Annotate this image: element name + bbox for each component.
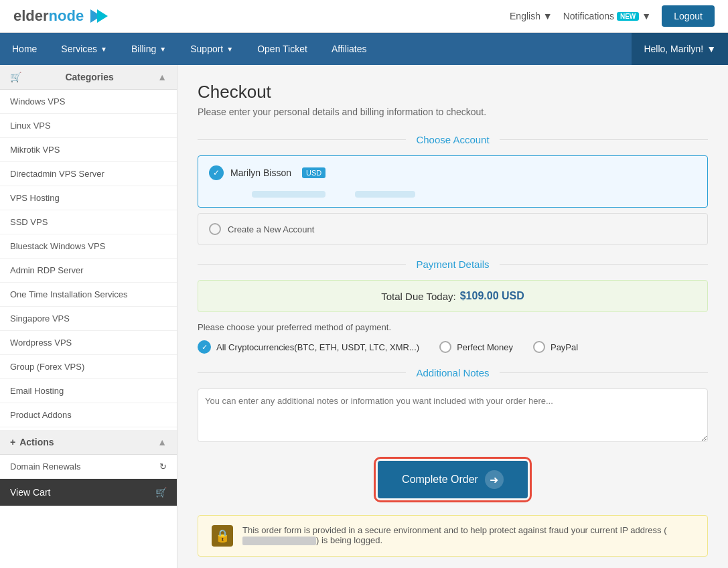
paypal-radio[interactable] xyxy=(533,341,545,353)
cart-icon-small: 🛒 xyxy=(155,487,167,498)
top-right-actions: English ▼ Notifications NEW ▼ Logout xyxy=(510,5,715,27)
create-account-row: Create a New Account xyxy=(209,223,697,235)
payment-methods: ✓ All Cryptocurrencies(BTC, ETH, USDT, L… xyxy=(198,340,708,354)
security-notice-part1: This order form is provided in a secure … xyxy=(242,525,666,535)
services-arrow-icon: ▼ xyxy=(100,46,107,53)
notifications-label: Notifications xyxy=(563,11,614,21)
sidebar-item-admin-rdp[interactable]: Admin RDP Server xyxy=(0,259,177,283)
sidebar-item-group-forex[interactable]: Group (Forex VPS) xyxy=(0,355,177,379)
choose-account-divider: Choose Account xyxy=(198,134,708,145)
sidebar-item-wordpress-vps[interactable]: Wordpress VPS xyxy=(0,331,177,355)
total-due-box: Total Due Today: $109.00 USD xyxy=(198,280,708,312)
sidebar-item-linux-vps[interactable]: Linux VPS xyxy=(0,114,177,138)
notifications-arrow-icon: ▼ xyxy=(642,11,651,21)
currency-badge: USD xyxy=(302,167,325,178)
billing-arrow-icon: ▼ xyxy=(159,46,166,53)
nav-user-greeting[interactable]: Hello, Marilyn! ▼ xyxy=(632,33,728,65)
plus-icon: + xyxy=(10,437,15,447)
sidebar: 🛒 Categories ▲ Windows VPS Linux VPS Mik… xyxy=(0,65,177,568)
categories-label: Categories xyxy=(65,72,113,82)
complete-order-button[interactable]: Complete Order ➜ xyxy=(378,461,528,498)
logo-arrow2-icon xyxy=(97,9,108,23)
complete-order-label: Complete Order xyxy=(402,474,478,486)
existing-account-card[interactable]: ✓ Marilyn Bisson USD xyxy=(198,155,708,208)
nav-billing[interactable]: Billing ▼ xyxy=(119,33,178,65)
lock-icon: 🔒 xyxy=(212,525,233,547)
categories-section-header: 🛒 Categories ▲ xyxy=(0,65,177,90)
account-row: ✓ Marilyn Bisson USD xyxy=(209,165,697,180)
checkout-content: Checkout Please enter your personal deta… xyxy=(177,65,728,568)
additional-notes-divider: Additional Notes xyxy=(198,367,708,378)
nav-bar: Home Services ▼ Billing ▼ Support ▼ Open… xyxy=(0,33,728,65)
account-email-blurred xyxy=(252,191,325,198)
total-due-label: Total Due Today: xyxy=(381,291,455,302)
additional-notes-input[interactable] xyxy=(198,388,708,442)
nav-services[interactable]: Services ▼ xyxy=(49,33,119,65)
sidebar-item-directadmin[interactable]: Directadmin VPS Server xyxy=(0,162,177,186)
logo: eldernode xyxy=(13,7,108,25)
page-title: Checkout xyxy=(198,82,708,102)
payment-details-label: Payment Details xyxy=(406,259,499,270)
view-cart-button[interactable]: View Cart 🛒 xyxy=(0,479,177,506)
security-notice-part2: ) is being logged. xyxy=(316,535,382,545)
choose-account-label: Choose Account xyxy=(406,134,499,145)
sidebar-item-singapore-vps[interactable]: Singapore VPS xyxy=(0,307,177,331)
domain-renewals-label: Domain Renewals xyxy=(10,462,81,472)
nav-affiliates[interactable]: Affiliates xyxy=(319,33,379,65)
crypto-label: All Cryptocurrencies(BTC, ETH, USDT, LTC… xyxy=(216,342,419,352)
crypto-selected-icon: ✓ xyxy=(198,340,211,354)
logo-node-text: node xyxy=(49,7,84,24)
additional-notes-label: Additional Notes xyxy=(406,367,499,378)
logout-button[interactable]: Logout xyxy=(662,5,715,27)
create-account-card[interactable]: Create a New Account xyxy=(198,213,708,245)
categories-collapse-icon[interactable]: ▲ xyxy=(157,72,167,82)
selected-check-icon: ✓ xyxy=(209,165,224,180)
ip-address-blurred xyxy=(242,537,316,545)
notifications-badge: NEW xyxy=(617,12,639,21)
payment-paypal[interactable]: PayPal xyxy=(533,341,578,353)
paypal-label: PayPal xyxy=(551,342,578,352)
support-arrow-icon: ▼ xyxy=(226,46,233,53)
actions-collapse-icon[interactable]: ▲ xyxy=(157,437,167,447)
language-button[interactable]: English ▼ xyxy=(510,11,553,21)
notifications-button[interactable]: Notifications NEW ▼ xyxy=(563,11,651,21)
sidebar-item-vps-hosting[interactable]: VPS Hosting xyxy=(0,186,177,210)
account-detail-blurred xyxy=(355,191,415,198)
perfect-money-label: Perfect Money xyxy=(457,342,513,352)
user-greeting-label: Hello, Marilyn! xyxy=(644,44,703,54)
sidebar-item-one-time[interactable]: One Time Installation Services xyxy=(0,283,177,307)
complete-order-wrap: Complete Order ➜ xyxy=(198,461,708,498)
actions-section-header: + Actions ▲ xyxy=(0,430,177,455)
security-notice-text: This order form is provided in a secure … xyxy=(242,525,694,545)
payment-choose-text: Please choose your preferred method of p… xyxy=(198,322,708,332)
nav-support[interactable]: Support ▼ xyxy=(178,33,245,65)
page-subtitle: Please enter your personal details and b… xyxy=(198,106,708,117)
sidebar-item-email-hosting[interactable]: Email Hosting xyxy=(0,379,177,403)
cart-icon: 🛒 xyxy=(10,72,21,82)
logo-elder-text: elder xyxy=(13,7,49,24)
create-account-label: Create a New Account xyxy=(228,224,314,234)
nav-open-ticket[interactable]: Open Ticket xyxy=(245,33,319,65)
total-due-amount: $109.00 USD xyxy=(460,290,524,302)
payment-perfect-money[interactable]: Perfect Money xyxy=(439,341,513,353)
top-bar: eldernode English ▼ Notifications NEW ▼ … xyxy=(0,0,728,33)
nav-home[interactable]: Home xyxy=(0,33,49,65)
main-layout: 🛒 Categories ▲ Windows VPS Linux VPS Mik… xyxy=(0,65,728,568)
sidebar-item-mikrotik-vps[interactable]: Mikrotik VPS xyxy=(0,138,177,162)
payment-details-divider: Payment Details xyxy=(198,259,708,270)
sidebar-item-product-addons[interactable]: Product Addons xyxy=(0,403,177,427)
complete-order-arrow-icon: ➜ xyxy=(485,470,504,489)
sidebar-item-ssd-vps[interactable]: SSD VPS xyxy=(0,210,177,234)
perfect-money-radio[interactable] xyxy=(439,341,451,353)
create-account-radio[interactable] xyxy=(209,223,221,235)
view-cart-label: View Cart xyxy=(10,487,50,498)
sidebar-item-windows-vps[interactable]: Windows VPS xyxy=(0,90,177,114)
security-notice: 🔒 This order form is provided in a secur… xyxy=(198,515,708,557)
payment-crypto[interactable]: ✓ All Cryptocurrencies(BTC, ETH, USDT, L… xyxy=(198,340,419,354)
user-arrow-icon: ▼ xyxy=(707,44,716,54)
sidebar-item-domain-renewals[interactable]: Domain Renewals ↻ xyxy=(0,455,177,479)
refresh-icon: ↻ xyxy=(159,462,167,472)
sidebar-item-bluestack[interactable]: Bluestack Windows VPS xyxy=(0,234,177,259)
actions-label: Actions xyxy=(19,437,54,447)
account-name: Marilyn Bisson xyxy=(230,167,291,178)
